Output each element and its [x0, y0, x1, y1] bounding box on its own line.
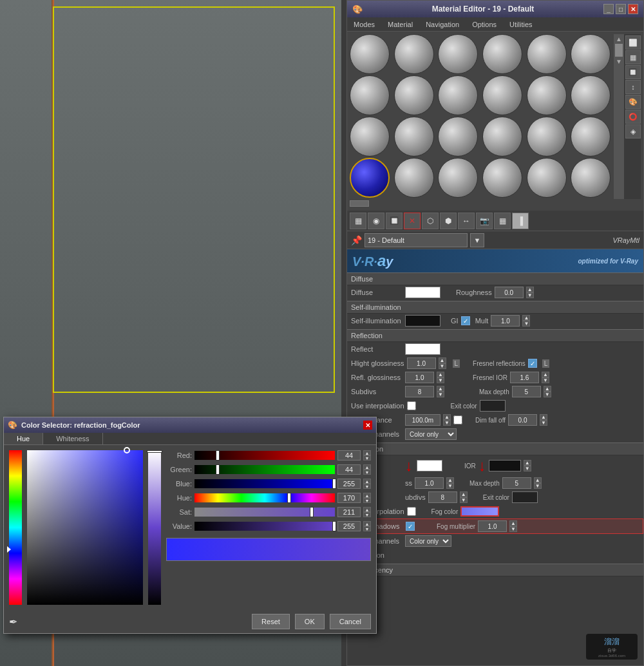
use-interp-checkbox[interactable] — [407, 401, 416, 410]
close-button[interactable]: ✕ — [628, 4, 638, 14]
minimize-button[interactable]: _ — [603, 4, 614, 14]
scroll-up-icon[interactable]: ▲ — [616, 35, 622, 43]
red-value-input[interactable] — [337, 450, 361, 461]
green-spin-up[interactable]: ▲ — [363, 464, 371, 470]
tool-delete-icon[interactable]: ✕ — [404, 213, 421, 229]
blue-value-input[interactable] — [337, 479, 361, 489]
fresnel-l-button[interactable]: L — [542, 359, 550, 368]
material-menu[interactable]: Material — [381, 19, 419, 30]
refr-subdivs-input[interactable] — [428, 491, 457, 503]
roughness-down[interactable]: ▼ — [526, 292, 534, 298]
green-value-input[interactable] — [337, 464, 361, 475]
mat-ball-4-4[interactable] — [482, 158, 522, 198]
tool-move-icon[interactable]: ⬢ — [440, 213, 457, 229]
mat-ball-2-5[interactable] — [527, 75, 567, 115]
subdivs-down[interactable]: ▼ — [437, 392, 444, 397]
reflgloss-up[interactable]: ▲ — [437, 372, 444, 377]
dim-dist-down[interactable]: ▼ — [443, 420, 451, 426]
mat-ball-2-6[interactable] — [571, 75, 611, 115]
affect-ch-refr-dropdown[interactable]: Color only — [405, 535, 451, 547]
mat-ball-2-3[interactable] — [438, 75, 478, 115]
reflect-color-swatch[interactable] — [405, 343, 440, 355]
mat-ball-1-4[interactable] — [482, 34, 522, 74]
fresnel-ior-up[interactable]: ▲ — [542, 372, 549, 377]
mult-up[interactable]: ▲ — [522, 315, 530, 321]
ior-swatch[interactable] — [489, 460, 521, 471]
tool-camera-icon[interactable]: 📷 — [476, 213, 493, 229]
dim-dist-checkbox[interactable] — [453, 415, 462, 424]
navigation-menu[interactable]: Navigation — [419, 19, 466, 30]
sat-slider-thumb[interactable] — [310, 507, 314, 517]
mat-ball-4-5[interactable] — [527, 158, 567, 198]
refract-color-swatch[interactable] — [417, 460, 442, 471]
fresnel-checkbox[interactable]: ✓ — [528, 359, 537, 368]
mat-ball-3-4[interactable] — [482, 117, 522, 157]
mat-ball-4-1-selected[interactable] — [350, 158, 390, 198]
mat-name-dropdown-arrow[interactable]: ▼ — [470, 233, 484, 247]
dim-dist-up[interactable]: ▲ — [443, 414, 451, 420]
reflgloss-input[interactable] — [405, 372, 434, 383]
mat-ball-1-5[interactable] — [527, 34, 567, 74]
scroll-down-icon[interactable]: ▼ — [616, 58, 622, 65]
fog-color-swatch[interactable] — [460, 506, 499, 517]
max-depth-down[interactable]: ▼ — [544, 392, 551, 397]
fresnel-ior-input[interactable] — [510, 372, 539, 383]
sat-spin-up[interactable]: ▲ — [363, 507, 371, 512]
cs-color-gradient-area[interactable] — [27, 450, 143, 605]
l-button[interactable]: L — [453, 359, 460, 368]
tool-add-icon[interactable]: 🔲 — [386, 213, 402, 229]
max-depth-up[interactable]: ▲ — [544, 386, 551, 392]
hscroll-thumb[interactable] — [350, 200, 369, 207]
dim-falloff-input[interactable] — [508, 414, 537, 426]
reset-button[interactable]: Reset — [252, 614, 290, 629]
mat-ball-4-3[interactable] — [438, 158, 478, 198]
mult-down[interactable]: ▼ — [522, 321, 530, 327]
mat-ball-3-1[interactable] — [350, 117, 390, 157]
hlgloss-down[interactable]: ▼ — [439, 363, 446, 369]
val-slider-track[interactable] — [194, 522, 335, 531]
blue-slider-thumb[interactable] — [332, 479, 336, 489]
hue-slider-thumb[interactable] — [287, 493, 291, 503]
red-slider-thumb[interactable] — [216, 450, 220, 461]
mat-ball-1-2[interactable] — [394, 34, 434, 74]
gi-checkbox[interactable]: ✓ — [461, 316, 470, 325]
sat-slider-track[interactable] — [194, 508, 335, 517]
blue-slider-track[interactable] — [194, 479, 335, 488]
gloss-up[interactable]: ▲ — [446, 477, 454, 483]
options-menu[interactable]: Options — [466, 19, 503, 30]
mat-ball-2-2[interactable] — [394, 75, 434, 115]
green-spin-down[interactable]: ▼ — [363, 470, 371, 475]
fresnel-ior-down[interactable]: ▼ — [542, 377, 549, 383]
max-depth-input[interactable] — [512, 386, 541, 397]
val-value-input[interactable] — [337, 521, 361, 531]
ior-down[interactable]: ▼ — [524, 466, 531, 471]
eyedropper-icon[interactable]: ✒ — [9, 616, 17, 628]
roughness-input[interactable] — [495, 287, 524, 298]
cs-brightness-strip[interactable] — [148, 450, 161, 605]
side-btn-1[interactable]: ⬜ — [625, 35, 641, 50]
side-btn-7[interactable]: ◈ — [625, 124, 641, 138]
self-illum-swatch[interactable] — [405, 315, 440, 327]
modes-menu[interactable]: Modes — [347, 19, 381, 30]
mat-ball-3-2[interactable] — [394, 117, 434, 157]
hue-spin-up[interactable]: ▲ — [363, 493, 371, 498]
dim-falloff-up[interactable]: ▲ — [540, 414, 547, 420]
tool-active-icon[interactable]: ▐ — [512, 213, 529, 229]
tool-checkers-icon[interactable]: ▦ — [350, 213, 366, 229]
hue-value-input[interactable] — [337, 493, 361, 503]
fog-mult-down[interactable]: ▼ — [509, 526, 517, 532]
red-spin-down[interactable]: ▼ — [363, 455, 371, 461]
mat-ball-4-2[interactable] — [394, 158, 434, 198]
cs-hue-strip[interactable] — [9, 450, 22, 605]
mat-ball-3-5[interactable] — [527, 117, 567, 157]
side-btn-5[interactable]: 🎨 — [625, 95, 641, 109]
side-btn-3[interactable]: 🔲 — [625, 65, 641, 79]
side-btn-6[interactable]: ⭕ — [625, 109, 641, 124]
tool-env-icon[interactable]: ▦ — [494, 213, 511, 229]
side-btn-4[interactable]: ↕ — [625, 80, 641, 94]
mat-ball-3-3[interactable] — [438, 117, 478, 157]
mat-hscroll[interactable] — [350, 199, 614, 208]
refr-subdivs-up[interactable]: ▲ — [460, 491, 468, 497]
cs-tab-hue[interactable]: Hue — [4, 433, 43, 444]
gloss-input[interactable] — [415, 477, 444, 489]
